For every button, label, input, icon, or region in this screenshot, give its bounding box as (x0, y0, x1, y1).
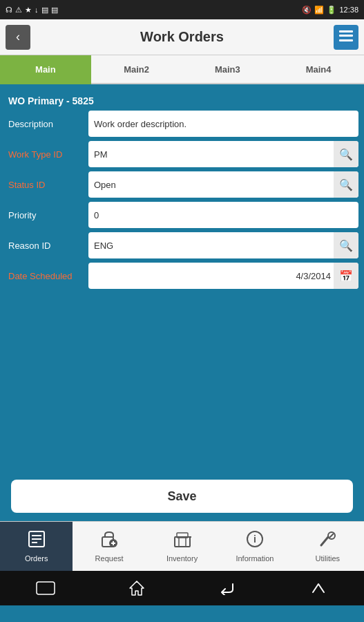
nav-item-orders[interactable]: Orders (0, 522, 73, 571)
date-scheduled-input[interactable] (88, 263, 334, 289)
calendar-icon: 📅 (339, 270, 353, 283)
system-back-button[interactable] (32, 578, 59, 599)
nav-label-utilities: Utilities (316, 554, 340, 563)
priority-input-wrapper (88, 202, 358, 228)
nav-label-information: Information (236, 554, 274, 563)
svg-line-17 (321, 537, 328, 545)
status-bar-right: 🔇 📶 🔋 12:38 (302, 6, 358, 15)
reason-id-input[interactable] (88, 232, 334, 258)
inventory-icon (173, 530, 191, 552)
request-icon (100, 530, 118, 552)
svg-rect-20 (37, 582, 55, 594)
tab-main4[interactable]: Main4 (273, 55, 364, 84)
save-section: Save (0, 471, 364, 521)
time-display: 12:38 (339, 6, 358, 14)
menu-icon (339, 30, 353, 44)
nav-label-inventory: Inventory (166, 554, 198, 563)
storage-icon: ▤ (41, 6, 48, 15)
date-scheduled-row: Date Scheduled 📅 (6, 263, 358, 289)
work-type-id-input[interactable] (88, 141, 334, 167)
status-bar-left: ☊ ⚠ ★ ↓ ▤ ▤ (6, 6, 58, 15)
download-icon: ↓ (35, 6, 39, 14)
star-icon: ★ (25, 6, 32, 15)
nav-label-request: Request (95, 554, 124, 563)
status-id-row: Status ID 🔍 (6, 171, 358, 198)
status-id-input[interactable] (88, 171, 334, 198)
save-button[interactable]: Save (11, 480, 353, 513)
alert-icon: ⚠ (15, 6, 22, 15)
utilities-icon (318, 530, 336, 552)
battery-icon: 🔋 (327, 6, 336, 15)
system-nav (0, 571, 364, 605)
nav-label-orders: Orders (25, 554, 48, 563)
storage2-icon: ▤ (51, 6, 58, 15)
svg-line-19 (329, 534, 334, 538)
system-home-button[interactable] (123, 578, 151, 599)
work-type-id-input-wrapper: 🔍 (88, 141, 358, 167)
system-up-button[interactable] (305, 578, 332, 599)
tab-main2[interactable]: Main2 (91, 55, 182, 84)
back-button[interactable]: ‹ (6, 25, 30, 50)
reason-id-label: Reason ID (6, 241, 88, 251)
work-type-id-label: Work Type ID (6, 149, 88, 160)
menu-button[interactable] (334, 25, 358, 50)
page-title: Work Orders (30, 29, 334, 45)
date-scheduled-label: Date Scheduled (6, 271, 88, 281)
search-icon: 🔍 (339, 239, 353, 252)
tab-main3[interactable]: Main3 (182, 55, 274, 84)
spacer (0, 299, 364, 471)
svg-rect-1 (339, 35, 353, 37)
tab-main[interactable]: Main (0, 55, 91, 84)
description-row: Description (6, 111, 358, 137)
priority-row: Priority (6, 202, 358, 228)
svg-rect-0 (339, 30, 353, 32)
wifi-icon: 📶 (314, 6, 324, 15)
mute-icon: 🔇 (302, 6, 312, 15)
status-id-input-wrapper: 🔍 (88, 171, 358, 198)
svg-rect-2 (339, 39, 353, 41)
date-scheduled-calendar-button[interactable]: 📅 (334, 263, 358, 289)
svg-rect-11 (175, 537, 190, 547)
system-return-button[interactable] (213, 578, 241, 599)
tabs-bar: Main Main2 Main3 Main4 (0, 55, 364, 84)
bottom-nav: Orders Request Inventory (0, 521, 364, 571)
svg-text:i: i (253, 534, 256, 545)
signal-icon: ☊ (6, 6, 12, 15)
reason-id-row: Reason ID 🔍 (6, 232, 358, 258)
reason-id-search-button[interactable]: 🔍 (334, 232, 358, 258)
description-input[interactable] (88, 111, 358, 137)
nav-item-request[interactable]: Request (73, 522, 145, 571)
work-type-id-search-button[interactable]: 🔍 (334, 141, 358, 167)
search-icon: 🔍 (339, 178, 353, 191)
priority-label: Priority (6, 210, 88, 220)
status-id-search-button[interactable]: 🔍 (334, 171, 358, 198)
content-area: WO Primary - 5825 Description Work Type … (0, 84, 364, 299)
status-bar: ☊ ⚠ ★ ↓ ▤ ▤ 🔇 📶 🔋 12:38 (0, 0, 364, 19)
header: ‹ Work Orders (0, 19, 364, 55)
back-icon: ‹ (16, 30, 20, 44)
orders-icon (28, 530, 46, 552)
reason-id-input-wrapper: 🔍 (88, 232, 358, 258)
status-id-label: Status ID (6, 180, 88, 190)
information-icon: i (246, 530, 264, 552)
search-icon: 🔍 (339, 148, 353, 161)
date-scheduled-input-wrapper: 📅 (88, 263, 358, 289)
nav-item-utilities[interactable]: Utilities (291, 522, 364, 571)
svg-rect-12 (179, 537, 186, 547)
description-input-wrapper (88, 111, 358, 137)
nav-item-information[interactable]: i Information (218, 522, 291, 571)
svg-marker-21 (130, 581, 144, 595)
work-type-id-row: Work Type ID 🔍 (6, 141, 358, 167)
priority-input[interactable] (88, 202, 358, 228)
description-label: Description (6, 119, 88, 129)
nav-item-inventory[interactable]: Inventory (146, 522, 218, 571)
wo-primary-title: WO Primary - 5825 (6, 90, 358, 111)
